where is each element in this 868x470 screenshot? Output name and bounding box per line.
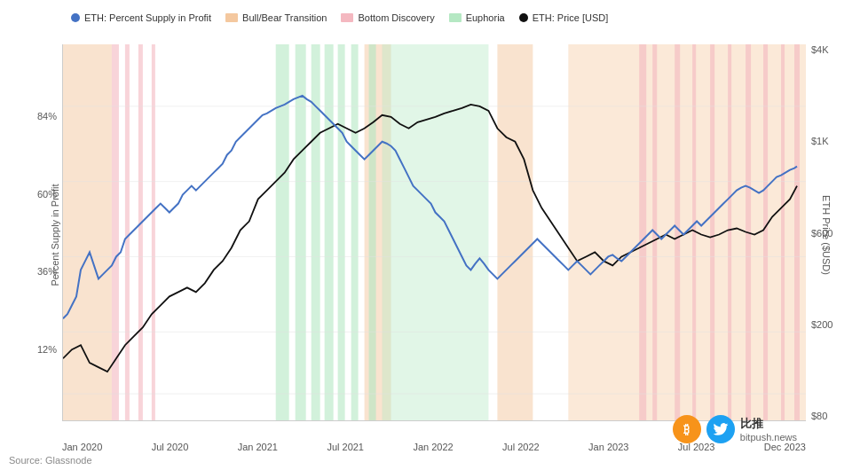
y-tick: 84% <box>37 111 57 121</box>
site-cn: 比推 <box>740 416 797 432</box>
twitter-icon <box>706 415 735 443</box>
x-tick: Jul 2020 <box>152 442 189 452</box>
svg-rect-16 <box>781 44 785 420</box>
legend-label-eth-profit: ETH: Percent Supply in Profit <box>84 12 211 23</box>
svg-rect-6 <box>138 44 143 420</box>
svg-rect-21 <box>325 44 334 420</box>
svg-rect-10 <box>675 44 680 420</box>
y-tick: 36% <box>37 266 57 277</box>
y-right-tick: $4K <box>811 44 829 55</box>
svg-rect-23 <box>351 44 359 420</box>
legend-euphoria: Euphoria <box>449 12 505 23</box>
y-right-tick: $600 <box>811 228 832 239</box>
svg-rect-7 <box>152 44 155 420</box>
legend-rect-bottom-discovery <box>341 13 353 22</box>
svg-rect-17 <box>794 44 800 420</box>
legend-bottom-discovery: Bottom Discovery <box>341 12 434 23</box>
svg-rect-22 <box>338 44 345 420</box>
svg-rect-15 <box>763 44 768 420</box>
x-tick: Jan 2020 <box>62 442 102 452</box>
svg-rect-13 <box>728 44 731 420</box>
x-tick: Jan 2022 <box>413 442 453 452</box>
y-right-tick: $200 <box>811 319 832 330</box>
svg-rect-18 <box>276 44 289 420</box>
site-url: bitpush.news <box>740 432 797 443</box>
chart-container: ETH: Percent Supply in Profit Bull/Bear … <box>0 0 868 470</box>
svg-rect-0 <box>63 44 112 420</box>
legend-label-euphoria: Euphoria <box>466 12 505 23</box>
y-right-tick: $80 <box>811 411 827 421</box>
svg-rect-5 <box>125 44 130 420</box>
legend-bull-bear: Bull/Bear Transition <box>225 12 327 23</box>
x-tick: Jul 2022 <box>502 442 540 452</box>
y-tick: 12% <box>37 344 57 355</box>
legend-rect-bull-bear <box>225 13 238 22</box>
svg-rect-24 <box>369 44 376 420</box>
source-label: Source: Glassnode <box>9 455 92 466</box>
legend-label-eth-price: ETH: Price [USD] <box>533 12 609 23</box>
bitcoin-icon: ₿ <box>673 415 701 443</box>
legend-eth-profit: ETH: Percent Supply in Profit <box>71 12 211 23</box>
x-tick: Jan 2021 <box>238 442 278 452</box>
svg-rect-12 <box>710 44 714 420</box>
x-tick: Jul 2021 <box>327 442 364 452</box>
legend-eth-price: ETH: Price [USD] <box>519 12 609 23</box>
svg-rect-20 <box>312 44 320 420</box>
x-tick: Jan 2023 <box>588 442 628 452</box>
svg-rect-19 <box>296 44 306 420</box>
watermark: ₿ 比推 bitpush.news <box>673 415 797 443</box>
y-axis-right: $4K $1K $600 $200 $80 <box>806 44 868 421</box>
main-svg <box>63 44 806 420</box>
svg-rect-8 <box>639 44 646 420</box>
legend-label-bull-bear: Bull/Bear Transition <box>242 12 327 23</box>
svg-rect-2 <box>497 44 533 420</box>
legend-rect-euphoria <box>449 13 462 22</box>
y-tick: 60% <box>37 189 57 200</box>
legend-label-bottom-discovery: Bottom Discovery <box>358 12 434 23</box>
legend-dot-eth-price <box>519 13 528 22</box>
chart-area <box>62 44 806 421</box>
svg-rect-25 <box>383 44 489 420</box>
legend: ETH: Percent Supply in Profit Bull/Bear … <box>71 12 608 23</box>
y-axis-left: 84% 60% 36% 12% <box>0 44 62 421</box>
y-right-tick: $1K <box>811 136 829 146</box>
site-info: 比推 bitpush.news <box>740 416 797 443</box>
legend-dot-eth-profit <box>71 13 80 22</box>
